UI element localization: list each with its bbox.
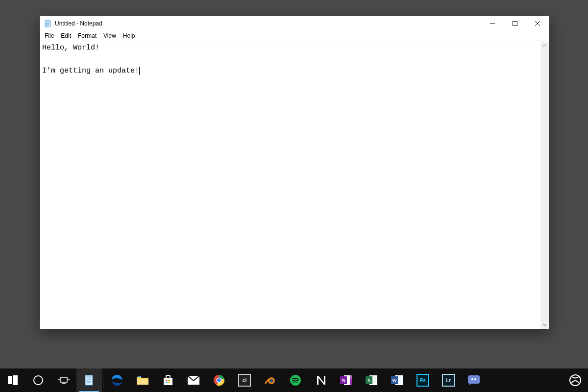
start-button[interactable] <box>0 368 25 392</box>
svg-text:X: X <box>367 377 371 383</box>
menu-bar: File Edit Format View Help <box>40 31 549 41</box>
scroll-down-icon[interactable] <box>540 320 549 329</box>
svg-rect-1 <box>45 20 50 22</box>
mail-icon <box>187 374 200 387</box>
window-controls <box>481 16 549 31</box>
svg-rect-11 <box>8 380 12 384</box>
text-editor[interactable]: Hello, World! I'm getting an update! <box>40 41 549 329</box>
notepad-icon <box>44 20 52 27</box>
maximize-button[interactable] <box>504 16 526 31</box>
svg-rect-58 <box>468 375 480 384</box>
svg-rect-10 <box>13 375 18 380</box>
onenote-icon: N <box>340 374 353 387</box>
taskbar-xbox[interactable] <box>563 368 588 392</box>
menu-file[interactable]: File <box>41 31 57 40</box>
svg-rect-14 <box>60 377 67 382</box>
svg-rect-9 <box>8 376 12 380</box>
taskbar-mail[interactable] <box>181 368 206 392</box>
menu-help[interactable]: Help <box>120 31 139 40</box>
svg-text:W: W <box>392 378 397 383</box>
svg-text:N: N <box>342 377 345 383</box>
scroll-up-icon[interactable] <box>540 42 549 50</box>
taskbar-word[interactable]: W <box>385 368 410 392</box>
lightroom-icon: Lr <box>442 374 455 387</box>
taskbar-spotify[interactable] <box>283 368 308 392</box>
svg-point-35 <box>270 379 273 383</box>
svg-rect-12 <box>13 380 18 385</box>
menu-view[interactable]: View <box>100 31 120 40</box>
minimize-button[interactable] <box>481 16 504 31</box>
cortana-icon <box>32 374 45 387</box>
taskbar-edge[interactable] <box>104 368 130 392</box>
taskbar-onenote[interactable]: N <box>334 368 359 392</box>
text-caret <box>139 67 140 75</box>
taskbar-cmd-tool[interactable]: cl <box>232 368 257 392</box>
photoshop-icon: Ps <box>416 374 429 387</box>
svg-point-60 <box>474 378 476 380</box>
task-view-button[interactable] <box>51 368 76 392</box>
svg-rect-23 <box>137 379 148 385</box>
svg-rect-41 <box>350 383 352 385</box>
spotify-icon <box>289 374 302 387</box>
taskbar-n-app[interactable] <box>308 368 334 392</box>
svg-rect-38 <box>350 375 352 378</box>
taskbar-file-explorer[interactable] <box>130 368 155 392</box>
xbox-icon <box>569 374 582 387</box>
svg-rect-25 <box>164 378 172 385</box>
notepad-taskbar-icon <box>83 374 96 387</box>
svg-rect-40 <box>350 380 352 383</box>
folder-icon <box>136 374 149 387</box>
taskbar-chrome[interactable] <box>206 368 232 392</box>
svg-rect-39 <box>350 378 352 380</box>
edge-icon <box>111 374 123 387</box>
notepad-window: Untitled - Notepad File Edit Format View… <box>40 16 549 329</box>
titlebar[interactable]: Untitled - Notepad <box>40 16 549 31</box>
cortana-button[interactable] <box>25 368 51 392</box>
discord-icon <box>467 374 480 387</box>
chrome-icon <box>213 374 225 387</box>
svg-point-33 <box>217 378 221 382</box>
taskbar-discord[interactable] <box>461 368 487 392</box>
taskbar-separator <box>103 372 103 388</box>
svg-point-13 <box>34 376 43 385</box>
taskbar: cl <box>0 368 588 392</box>
windows-icon <box>6 374 19 387</box>
svg-rect-26 <box>166 380 168 381</box>
taskbar-notepad[interactable] <box>76 368 102 392</box>
svg-rect-24 <box>138 376 141 377</box>
store-icon <box>162 374 174 387</box>
vertical-scrollbar[interactable] <box>540 42 549 329</box>
svg-rect-19 <box>85 375 93 378</box>
taskbar-excel[interactable]: X <box>359 368 385 392</box>
taskbar-store[interactable] <box>155 368 181 392</box>
menu-edit[interactable]: Edit <box>57 31 74 40</box>
excel-icon: X <box>366 374 378 387</box>
svg-point-59 <box>471 378 473 380</box>
taskbar-blender[interactable] <box>257 368 283 392</box>
svg-rect-27 <box>168 380 170 381</box>
taskbar-photoshop[interactable]: Ps <box>410 368 436 392</box>
cmd-icon: cl <box>238 374 251 387</box>
close-button[interactable] <box>526 16 549 31</box>
svg-rect-29 <box>168 382 170 383</box>
menu-format[interactable]: Format <box>74 31 100 40</box>
window-title: Untitled - Notepad <box>55 20 102 27</box>
editor-text: Hello, World! I'm getting an update! <box>42 44 139 75</box>
n-icon <box>315 374 327 387</box>
svg-rect-28 <box>166 382 168 383</box>
blender-icon <box>264 374 276 387</box>
task-view-icon <box>57 374 70 387</box>
taskbar-lightroom[interactable]: Lr <box>436 368 461 392</box>
svg-rect-6 <box>513 22 517 26</box>
word-icon: W <box>391 374 404 387</box>
